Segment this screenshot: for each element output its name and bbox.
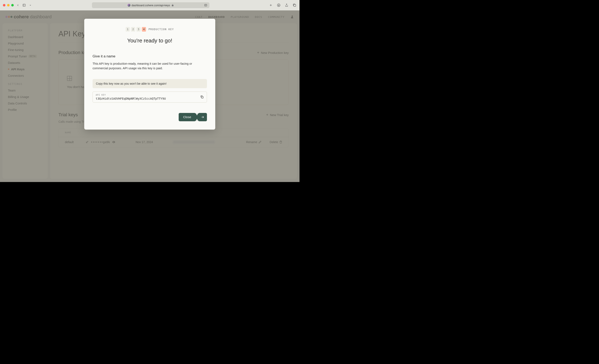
step-1[interactable]: 1 <box>126 27 130 32</box>
arrow-right-icon <box>201 115 204 119</box>
step-3[interactable]: 3 <box>136 27 141 32</box>
downloads-icon[interactable] <box>277 3 281 7</box>
step-2[interactable]: 2 <box>131 27 135 32</box>
chrome-right-actions <box>269 3 297 7</box>
step-indicator: 1 2 3 4 PRODUCTION KEY <box>93 27 207 32</box>
warning-box: Copy this key now as you won't be able t… <box>93 79 207 88</box>
browser-chrome: dashboard.cohere.com/api-keys <box>0 0 300 10</box>
new-tab-icon[interactable] <box>269 3 273 7</box>
step-label: PRODUCTION KEY <box>149 28 174 31</box>
sidebar-toggle-icon[interactable] <box>22 3 26 7</box>
close-window-icon[interactable] <box>3 4 5 7</box>
url-field[interactable]: dashboard.cohere.com/api-keys <box>92 2 210 8</box>
svg-rect-2 <box>204 4 207 6</box>
modal-description: This API key is production-ready, meanin… <box>93 61 207 71</box>
reader-mode-icon[interactable] <box>204 4 207 7</box>
api-key-label: API KEY <box>96 94 166 96</box>
lock-icon <box>171 4 174 7</box>
minimize-window-icon[interactable] <box>7 4 9 7</box>
api-key-modal: 1 2 3 4 PRODUCTION KEY You're ready to g… <box>84 19 215 130</box>
modal-title: You're ready to go! <box>93 37 207 44</box>
address-bar: dashboard.cohere.com/api-keys <box>35 2 267 8</box>
next-button[interactable] <box>198 113 207 121</box>
site-favicon-icon <box>127 4 130 7</box>
back-button[interactable] <box>16 3 20 7</box>
url-text: dashboard.cohere.com/api-keys <box>132 4 170 7</box>
step-4[interactable]: 4 <box>142 27 146 32</box>
share-icon[interactable] <box>284 3 289 7</box>
svg-rect-13 <box>202 97 203 98</box>
api-key-box: API KEY t3QzHidtsSAOVHFEqDNpNRlWyXCzSccA… <box>93 91 207 103</box>
traffic-lights <box>3 4 14 7</box>
modal-subtitle: Give it a name <box>93 54 207 58</box>
copy-icon[interactable] <box>200 95 204 99</box>
svg-rect-0 <box>23 4 25 7</box>
close-button[interactable]: Close <box>179 113 196 121</box>
svg-rect-10 <box>294 4 296 7</box>
modal-footer: Close <box>93 113 207 121</box>
modal-overlay[interactable]: 1 2 3 4 PRODUCTION KEY You're ready to g… <box>0 10 300 182</box>
tabs-overview-icon[interactable] <box>292 3 297 7</box>
dropdown-icon[interactable] <box>28 3 32 7</box>
maximize-window-icon[interactable] <box>11 4 14 7</box>
api-key-value: t3QzHidtsSAOVHFEqDNpNRlWyXCzSccAQTpTTY9U <box>96 97 166 100</box>
